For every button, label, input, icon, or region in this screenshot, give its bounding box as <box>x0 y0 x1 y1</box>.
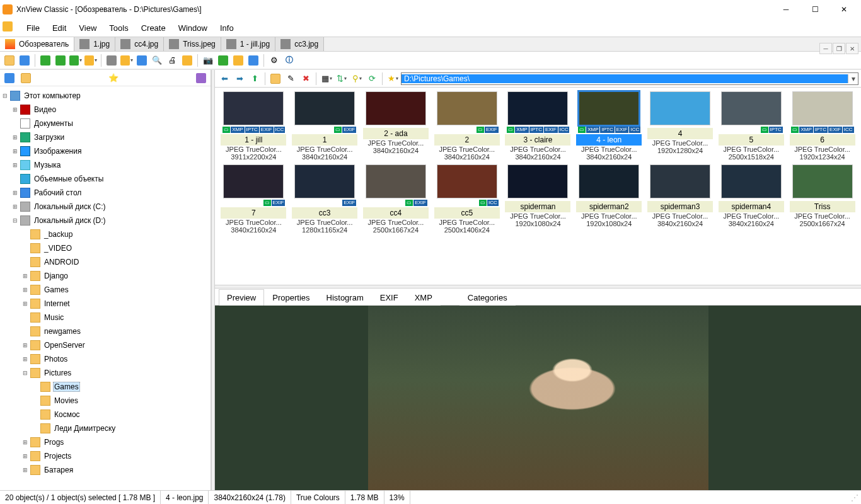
tree-node[interactable]: newgames <box>0 324 211 338</box>
tree-expand-icon[interactable]: ⊟ <box>20 370 30 376</box>
tree-node[interactable]: Movies <box>0 394 211 408</box>
rotate-right-icon[interactable] <box>54 54 67 67</box>
tree-node[interactable]: ⊞OpenServer <box>0 338 211 352</box>
tree-expand-icon[interactable]: ⊞ <box>20 356 30 362</box>
fav-disk-icon[interactable] <box>3 71 16 85</box>
tree-node[interactable]: Объемные объекты <box>0 172 211 186</box>
search-icon[interactable]: 🔍 <box>150 54 164 67</box>
tree-node[interactable]: ⊞Загрузки <box>0 130 211 144</box>
thumbnail[interactable]: ▭XMPIPTCEXIFICC3 - claireJPEG TrueColor.… <box>504 91 572 161</box>
tab-histogram[interactable]: Histogram <box>318 289 372 306</box>
crop-icon[interactable] <box>135 54 149 67</box>
tree-node[interactable]: ⊞Рабочий стол <box>0 186 211 200</box>
tree-node[interactable]: ⊞Projects <box>0 449 211 463</box>
tree-node[interactable]: ⊟Локальный диск (D:) <box>0 214 211 227</box>
doc-tab[interactable]: cc4.jpg <box>115 37 164 51</box>
rename-icon[interactable]: ✎ <box>284 72 298 86</box>
thumbnail[interactable]: ▭EXIF1JPEG TrueColor...3840x2160x24 <box>291 91 359 161</box>
tab-preview[interactable]: Preview <box>219 289 264 306</box>
delete-icon[interactable]: ✖ <box>299 72 313 86</box>
rotate-dd-icon[interactable] <box>69 54 83 67</box>
tree-expand-icon[interactable]: ⊞ <box>10 203 20 210</box>
rotate-left-icon[interactable] <box>38 54 52 67</box>
tree-node[interactable]: Леди Димитреску <box>0 421 211 435</box>
tree-node[interactable]: ⊞Progs <box>0 435 211 449</box>
thumbnail[interactable]: ▭IPTC5JPEG TrueColor...2500x1518x24 <box>717 91 785 161</box>
up-icon[interactable]: ⬆ <box>248 72 262 86</box>
thumbnail[interactable]: ▭XMPIPTCEXIFICC4 - leonJPEG TrueColor...… <box>575 91 643 161</box>
thumbnail[interactable]: ▭EXIF7JPEG TrueColor...3840x2160x24 <box>220 164 287 234</box>
menu-view[interactable]: View <box>72 21 103 35</box>
tree-node[interactable]: Космос <box>0 408 211 421</box>
menu-file[interactable]: File <box>20 21 46 35</box>
doc-tab[interactable]: cc3.jpg <box>275 37 324 51</box>
tree-expand-icon[interactable]: ⊞ <box>20 342 30 348</box>
thumbnail-grid[interactable]: ▭XMPIPTCEXIFICC1 - jillJPEG TrueColor...… <box>215 88 861 285</box>
address-input[interactable] <box>402 74 848 83</box>
tree-node[interactable]: ⊞Изображения <box>0 144 211 158</box>
doc-tab[interactable]: 1 - jill.jpg <box>221 37 275 51</box>
mdi-restore-button[interactable]: ❐ <box>833 43 845 54</box>
maximize-button[interactable]: ☐ <box>800 0 829 19</box>
mdi-minimize-button[interactable]: ─ <box>819 43 832 54</box>
close-button[interactable]: ✕ <box>829 0 858 19</box>
menu-create[interactable]: Create <box>135 21 172 35</box>
tree-node[interactable]: ⊟Pictures <box>0 366 211 380</box>
tab-categories[interactable]: Categories <box>459 289 516 306</box>
open-icon[interactable] <box>3 54 16 67</box>
tree-node[interactable]: ⊞Internet <box>0 297 211 311</box>
thumbnail[interactable]: EXIFcc3JPEG TrueColor...1280x1165x24 <box>291 164 359 234</box>
copy-icon[interactable] <box>105 54 118 67</box>
tree-expand-icon[interactable]: ⊞ <box>20 287 30 293</box>
fav-add-star-icon[interactable]: ⭐ <box>107 71 120 85</box>
tree-expand-icon[interactable]: ⊞ <box>20 439 30 445</box>
tree-node[interactable]: ⊞Games <box>0 283 211 297</box>
resize-grip[interactable]: ⋰ <box>848 493 861 502</box>
scan-blue-icon[interactable] <box>246 54 260 67</box>
tree-expand-icon[interactable]: ⊞ <box>10 106 20 113</box>
thumbnail[interactable]: spiderman4JPEG TrueColor...3840x2160x24 <box>717 164 785 234</box>
tab-properties[interactable]: Properties <box>264 289 318 306</box>
tree-expand-icon[interactable]: ⊞ <box>20 453 30 459</box>
tab-xmp[interactable]: XMP <box>407 289 441 306</box>
fav-db-icon[interactable] <box>194 71 208 85</box>
thumbnail[interactable]: ▭XMPIPTCEXIFICC1 - jillJPEG TrueColor...… <box>220 91 287 161</box>
scan-yellow-icon[interactable] <box>231 54 245 67</box>
address-dropdown-icon[interactable]: ▾ <box>848 74 858 83</box>
tree-node[interactable]: ⊞Батарея <box>0 463 211 477</box>
thumbnail[interactable]: 4JPEG TrueColor...1920x1280x24 <box>647 91 714 161</box>
app-menu-icon[interactable] <box>3 21 15 34</box>
tree-node[interactable]: ⊞Музыка <box>0 158 211 172</box>
doc-tab[interactable]: 1.jpg <box>74 37 115 51</box>
tree-node[interactable]: ⊞Django <box>0 269 211 283</box>
tree-node[interactable]: _VIDEO <box>0 241 211 255</box>
tree-node[interactable]: ⊟Этот компьютер <box>0 89 211 103</box>
thumbnail[interactable]: ▭ICCcc5JPEG TrueColor...2500x1406x24 <box>433 164 500 234</box>
tree-expand-icon[interactable]: ⊞ <box>10 148 20 154</box>
doc-tab[interactable]: Triss.jpeg <box>164 37 221 51</box>
tree-expand-icon[interactable]: ⊟ <box>10 217 20 224</box>
camera-icon[interactable]: 📷 <box>201 54 215 67</box>
refresh-icon[interactable]: ⟳ <box>365 72 379 86</box>
tree-expand-icon[interactable]: ⊟ <box>0 93 10 99</box>
tree-expand-icon[interactable]: ⊞ <box>20 273 30 279</box>
tree-node[interactable]: Games <box>0 380 211 394</box>
help-icon[interactable]: ⓘ <box>282 54 296 67</box>
minimize-button[interactable]: ─ <box>771 0 800 19</box>
import-icon[interactable] <box>180 54 194 67</box>
new-folder-icon[interactable] <box>269 72 282 86</box>
tree-expand-icon[interactable]: ⊞ <box>10 134 20 140</box>
favorite-icon[interactable]: ★ <box>386 72 400 86</box>
thumbnail[interactable]: 2 - adaJPEG TrueColor...3840x2160x24 <box>362 91 430 161</box>
back-icon[interactable]: ⬅ <box>217 72 231 86</box>
tree-expand-icon[interactable]: ⊞ <box>10 162 20 168</box>
mdi-close-button[interactable]: ✕ <box>846 43 858 54</box>
forward-icon[interactable]: ➡ <box>233 72 246 86</box>
sort-icon[interactable]: ⇅ <box>335 72 349 86</box>
thumbnail[interactable]: TrissJPEG TrueColor...2500x1667x24 <box>789 164 856 234</box>
thumbnail[interactable]: ▭XMPIPTCEXIFICC6JPEG TrueColor...1920x12… <box>789 91 856 161</box>
view-mode-icon[interactable]: ▦ <box>320 72 333 86</box>
tree-expand-icon[interactable]: ⊞ <box>20 301 30 307</box>
doc-tab[interactable]: Обозреватель <box>0 37 74 51</box>
settings-icon[interactable]: ⚙ <box>267 54 281 67</box>
